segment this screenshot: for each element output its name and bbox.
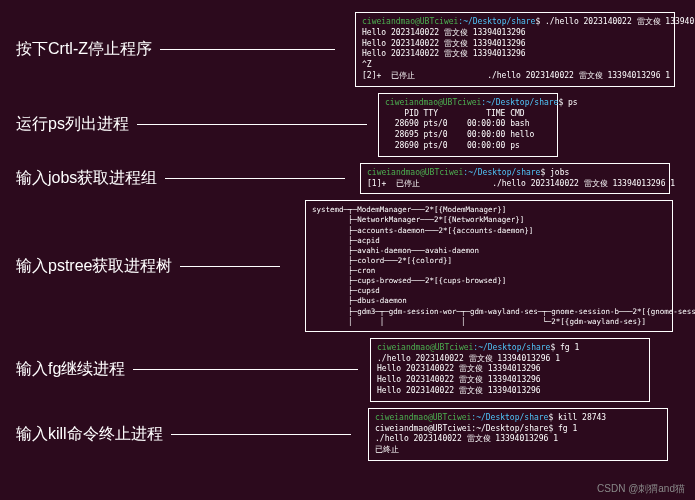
prompt-path: :~/Desktop/share	[473, 343, 550, 352]
row-pstree: 输入pstree获取进程树 systemd─┬─ModemManager───2…	[0, 200, 695, 332]
label-pstree: 输入pstree获取进程树	[0, 256, 172, 277]
label-fg: 输入fg继续进程	[0, 359, 125, 380]
terminal-ps: ciweiandmao@UBTciwei:~/Desktop/share$ ps…	[378, 93, 558, 157]
terminal-pstree: systemd─┬─ModemManager───2*[{ModemManage…	[305, 200, 673, 332]
terminal-kill: ciweiandmao@UBTciwei:~/Desktop/share$ ki…	[368, 408, 668, 461]
connector-line	[133, 369, 358, 370]
prompt-path: :~/Desktop/share	[471, 413, 548, 422]
label-wrap: 输入jobs获取进程组	[0, 168, 360, 189]
label-jobs: 输入jobs获取进程组	[0, 168, 157, 189]
terminal-body: PID TTY TIME CMD 28690 pts/0 00:00:00 ba…	[385, 109, 534, 150]
prompt-user: ciweiandmao@UBTciwei	[377, 343, 473, 352]
row-fg: 输入fg继续进程 ciweiandmao@UBTciwei:~/Desktop/…	[0, 338, 695, 402]
prompt-user: ciweiandmao@UBTciwei	[375, 413, 471, 422]
terminal-fg: ciweiandmao@UBTciwei:~/Desktop/share$ fg…	[370, 338, 650, 402]
prompt-user: ciweiandmao@UBTciwei	[385, 98, 481, 107]
label-wrap: 输入kill命令终止进程	[0, 424, 368, 445]
prompt-path: :~/Desktop/share	[481, 98, 558, 107]
label-ctrl-z: 按下Crtl-Z停止程序	[0, 39, 152, 60]
row-jobs: 输入jobs获取进程组 ciweiandmao@UBTciwei:~/Deskt…	[0, 163, 695, 195]
prompt-path: :~/Desktop/share	[458, 17, 535, 26]
prompt-cmd: $ ps	[558, 98, 577, 107]
row-kill: 输入kill命令终止进程 ciweiandmao@UBTciwei:~/Desk…	[0, 408, 695, 461]
connector-line	[137, 124, 367, 125]
prompt-path: :~/Desktop/share	[463, 168, 540, 177]
prompt-user: ciweiandmao@UBTciwei	[362, 17, 458, 26]
terminal-body: ciweiandmao@UBTciwei:~/Desktop/share$ fg…	[375, 424, 577, 455]
terminal-body: systemd─┬─ModemManager───2*[{ModemManage…	[312, 205, 695, 325]
connector-line	[171, 434, 351, 435]
connector-line	[180, 266, 280, 267]
connector-line	[160, 49, 335, 50]
prompt-cmd: $ kill 28743	[548, 413, 606, 422]
prompt-user: ciweiandmao@UBTciwei	[367, 168, 463, 177]
connector-line	[165, 178, 345, 179]
terminal-body: [1]+ 已停止 ./hello 2023140022 雷文俊 13394013…	[367, 179, 675, 188]
label-ps: 运行ps列出进程	[0, 114, 129, 135]
terminal-body: Hello 2023140022 雷文俊 13394013296 Hello 2…	[362, 28, 670, 80]
terminal-body: ./hello 2023140022 雷文俊 13394013296 1 Hel…	[377, 354, 560, 395]
row-ctrl-z: 按下Crtl-Z停止程序 ciweiandmao@UBTciwei:~/Desk…	[0, 12, 695, 87]
prompt-cmd: $ jobs	[540, 168, 569, 177]
label-wrap: 输入pstree获取进程树	[0, 256, 305, 277]
prompt-cmd: $ ./hello 2023140022 雷文俊 13394013296 1	[535, 17, 695, 26]
row-ps: 运行ps列出进程 ciweiandmao@UBTciwei:~/Desktop/…	[0, 93, 695, 157]
prompt-cmd: $ fg 1	[550, 343, 579, 352]
footer-attribution: CSDN @刺猬and猫	[597, 482, 685, 496]
terminal-jobs: ciweiandmao@UBTciwei:~/Desktop/share$ jo…	[360, 163, 670, 195]
label-wrap: 按下Crtl-Z停止程序	[0, 39, 355, 60]
terminal-ctrl-z: ciweiandmao@UBTciwei:~/Desktop/share$ ./…	[355, 12, 675, 87]
label-kill: 输入kill命令终止进程	[0, 424, 163, 445]
label-wrap: 运行ps列出进程	[0, 114, 378, 135]
label-wrap: 输入fg继续进程	[0, 359, 370, 380]
